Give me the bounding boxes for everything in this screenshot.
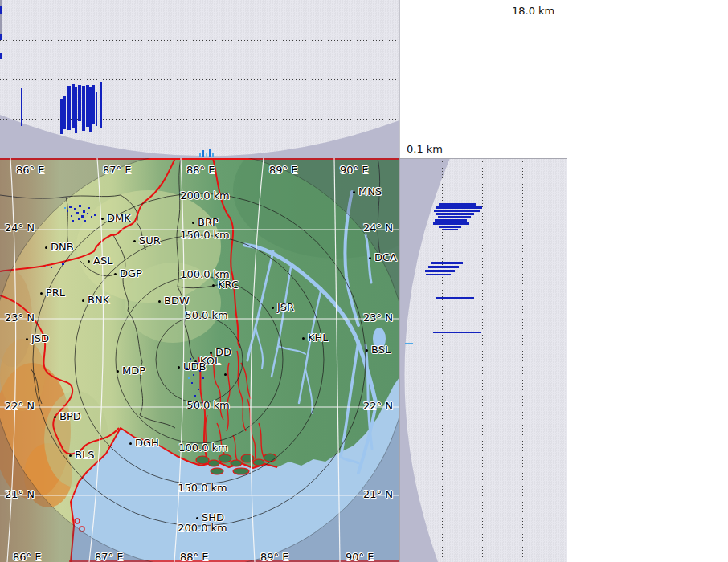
top-panel-gridline bbox=[0, 119, 399, 120]
right-panel-gridline bbox=[522, 158, 523, 562]
top-height-panel bbox=[0, 0, 399, 158]
top-panel-gridline bbox=[0, 40, 399, 41]
height-max-label: 18.0 km bbox=[512, 5, 554, 17]
panel-divider bbox=[399, 158, 567, 159]
right-height-panel bbox=[399, 158, 567, 562]
right-panel-gridline bbox=[442, 158, 443, 562]
top-panel-left-edge-mark bbox=[0, 0, 2, 36]
right-panel-gridline bbox=[482, 158, 483, 562]
panel-divider bbox=[399, 158, 400, 562]
map-canvas[interactable] bbox=[0, 158, 399, 562]
panel-divider bbox=[399, 0, 400, 158]
radar-display-window: 18.0 km 0.1 km DMKBRPDNBSURASLDGPKRCBDWP… bbox=[0, 0, 728, 562]
legend-sidebar: MAX (dBZ) 04:51 / 01-Dec-2025 Kolkata ▶6… bbox=[567, 0, 728, 562]
right-beam-blockage-wedge bbox=[399, 158, 567, 562]
top-panel-gridline bbox=[0, 79, 399, 80]
height-min-label: 0.1 km bbox=[407, 143, 443, 155]
